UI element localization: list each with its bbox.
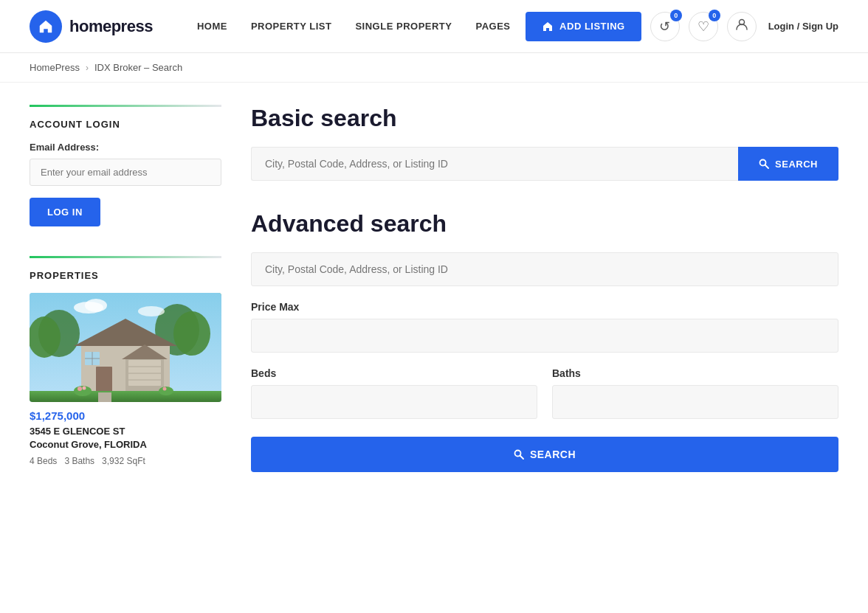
favorites-button[interactable]: ♡ 0	[689, 12, 718, 41]
svg-rect-12	[96, 367, 112, 392]
svg-point-5	[173, 311, 210, 356]
property-sqft: 3,932 SqFt	[102, 456, 145, 466]
advanced-search-title: Advanced search	[251, 210, 838, 238]
svg-point-26	[83, 387, 86, 390]
property-address-line1: 3545 E GLENCOE ST	[30, 426, 125, 437]
properties-section-title: PROPERTIES	[30, 270, 221, 281]
login-button[interactable]: Login / Sign Up	[768, 21, 838, 32]
property-price: $1,275,000	[30, 409, 221, 422]
breadcrumb: HomePress › IDX Broker – Search	[0, 53, 868, 83]
main-nav: HOME PROPERTY LIST SINGLE PROPERTY PAGES	[197, 21, 526, 32]
site-header: homepress HOME PROPERTY LIST SINGLE PROP…	[0, 0, 868, 53]
breadcrumb-separator: ›	[86, 63, 89, 73]
price-max-label: Price Max	[251, 301, 838, 313]
account-login-title: ACCOUNT LOGIN	[30, 119, 221, 130]
property-baths: 3 Baths	[64, 456, 94, 466]
svg-point-27	[163, 387, 167, 391]
email-input[interactable]	[30, 159, 221, 186]
header-actions: ADD LISTING ↺ 0 ♡ 0 Login / Sign Up	[526, 12, 838, 41]
basic-search-button[interactable]: SEARCH	[738, 147, 838, 181]
price-max-input[interactable]	[251, 319, 838, 353]
svg-point-29	[85, 299, 107, 312]
heart-icon: ♡	[698, 18, 709, 35]
property-meta: 4 Beds 3 Baths 3,932 SqFt	[30, 456, 221, 466]
beds-input[interactable]	[251, 385, 537, 419]
add-listing-icon	[542, 21, 554, 32]
basic-search-section: Basic search SEARCH	[251, 105, 838, 181]
advanced-search-section: Advanced search Price Max Beds Baths	[251, 210, 838, 472]
baths-field: Baths	[552, 367, 838, 434]
adv-search-icon	[514, 449, 524, 460]
sidebar-account-login: ACCOUNT LOGIN Email Address: LOG IN	[30, 105, 221, 226]
beds-baths-row: Beds Baths	[251, 367, 838, 434]
add-listing-label: ADD LISTING	[559, 21, 625, 32]
user-icon	[735, 18, 748, 35]
sidebar-divider-login	[30, 105, 221, 107]
page-layout: ACCOUNT LOGIN Email Address: LOG IN PROP…	[0, 83, 868, 518]
basic-search-row: SEARCH	[251, 147, 838, 181]
breadcrumb-current: IDX Broker – Search	[94, 62, 182, 73]
advanced-search-label: SEARCH	[530, 449, 576, 460]
basic-search-input[interactable]	[251, 147, 738, 181]
svg-rect-22	[98, 392, 111, 402]
nav-home[interactable]: HOME	[197, 21, 227, 32]
svg-point-30	[138, 306, 165, 316]
nav-pages[interactable]: PAGES	[475, 21, 510, 32]
property-image[interactable]	[30, 293, 221, 402]
logo-icon	[30, 10, 62, 43]
logo-text: homepress	[69, 17, 153, 36]
svg-point-25	[78, 387, 82, 391]
login-submit-button[interactable]: LOG IN	[30, 198, 100, 226]
sidebar-divider-properties	[30, 256, 221, 258]
logo[interactable]: homepress	[30, 10, 153, 43]
search-icon	[759, 159, 769, 169]
svg-line-34	[520, 456, 523, 460]
advanced-search-button[interactable]: SEARCH	[251, 437, 838, 472]
notifications-badge: 0	[670, 10, 682, 21]
baths-input[interactable]	[552, 385, 838, 419]
svg-line-32	[765, 165, 769, 169]
property-address-line2: Coconut Grove, FLORIDA	[30, 439, 147, 450]
sidebar: ACCOUNT LOGIN Email Address: LOG IN PROP…	[30, 105, 221, 496]
add-listing-button[interactable]: ADD LISTING	[526, 12, 641, 41]
svg-point-7	[30, 316, 61, 358]
svg-rect-21	[30, 391, 221, 402]
favorites-badge: 0	[709, 10, 720, 21]
breadcrumb-home[interactable]: HomePress	[30, 62, 80, 73]
property-beds: 4 Beds	[30, 456, 57, 466]
beds-field: Beds	[251, 367, 537, 434]
sidebar-properties: PROPERTIES	[30, 256, 221, 466]
main-content: Basic search SEARCH Advanced search Pric…	[251, 105, 838, 496]
baths-label: Baths	[552, 367, 838, 379]
advanced-search-input[interactable]	[251, 252, 838, 286]
beds-label: Beds	[251, 367, 537, 379]
notifications-icon: ↺	[659, 18, 670, 35]
basic-search-title: Basic search	[251, 105, 838, 132]
user-avatar-button[interactable]	[727, 12, 757, 41]
nav-single-property[interactable]: SINGLE PROPERTY	[355, 21, 452, 32]
email-label: Email Address:	[30, 142, 221, 153]
property-address: 3545 E GLENCOE ST Coconut Grove, FLORIDA	[30, 425, 221, 451]
basic-search-label: SEARCH	[775, 159, 818, 170]
notifications-button[interactable]: ↺ 0	[650, 12, 680, 41]
nav-property-list[interactable]: PROPERTY LIST	[251, 21, 332, 32]
